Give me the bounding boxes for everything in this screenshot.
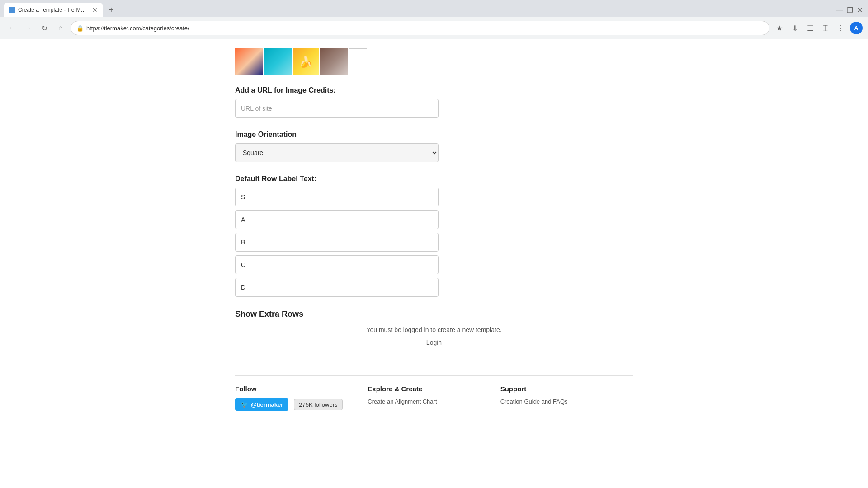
- back-button[interactable]: ←: [5, 22, 18, 34]
- followers-badge: 275K followers: [294, 399, 342, 410]
- menu-button[interactable]: ⋮: [835, 22, 847, 34]
- refresh-button[interactable]: ↻: [38, 22, 51, 34]
- footer-divider: [235, 361, 633, 361]
- row-label-b-input[interactable]: [235, 233, 439, 252]
- footer-support-col: Support Creation Guide and FAQs: [500, 385, 633, 411]
- url-credits-section: Add a URL for Image Credits:: [235, 86, 633, 118]
- collections-button[interactable]: ☰: [804, 22, 816, 34]
- image-orientation-label: Image Orientation: [235, 131, 633, 139]
- show-extra-rows-title: Show Extra Rows: [235, 310, 633, 319]
- image-thumbnails: 🍌: [235, 48, 371, 75]
- minimize-button[interactable]: —: [836, 6, 843, 14]
- twitter-icon: 🐦: [241, 401, 248, 408]
- tab-favicon: [9, 7, 15, 13]
- url-credits-input[interactable]: [235, 99, 439, 118]
- lock-icon: 🔒: [76, 25, 84, 32]
- address-bar[interactable]: 🔒 https://tiermaker.com/categories/creat…: [71, 21, 769, 35]
- row-label-a-input[interactable]: [235, 210, 439, 229]
- image-orientation-select[interactable]: Square Landscape Portrait: [235, 143, 439, 162]
- footer-follow-heading: Follow: [235, 385, 368, 393]
- twitter-follow-button[interactable]: 🐦 @tiermaker: [235, 398, 288, 411]
- row-labels-section: Default Row Label Text:: [235, 175, 633, 297]
- forward-button[interactable]: →: [22, 22, 34, 34]
- active-tab[interactable]: Create a Template - TierMaker ✕: [4, 3, 103, 17]
- footer-support-heading: Support: [500, 385, 633, 393]
- url-credits-label: Add a URL for Image Credits:: [235, 86, 633, 94]
- thumbnail-sunset: [235, 48, 263, 75]
- nav-bar: ← → ↻ ⌂ 🔒 https://tiermaker.com/categori…: [0, 17, 868, 39]
- row-labels-label: Default Row Label Text:: [235, 175, 633, 183]
- profile-button[interactable]: A: [850, 22, 863, 34]
- extensions-button[interactable]: ⌶: [819, 22, 832, 34]
- footer-follow-col: Follow 🐦 @tiermaker 275K followers: [235, 385, 368, 411]
- row-label-c-input[interactable]: [235, 255, 439, 274]
- page-content: 🍌 Add a URL for Image Credits: Image Ori…: [217, 39, 651, 429]
- thumbnail-banana: 🍌: [293, 48, 319, 75]
- twitter-handle: @tiermaker: [251, 401, 283, 408]
- login-link[interactable]: Login: [235, 339, 633, 346]
- row-labels-container: [235, 188, 633, 297]
- footer-alignment-chart-link[interactable]: Create an Alignment Chart: [368, 398, 500, 405]
- window-controls: — ❐ ✕: [836, 6, 864, 14]
- footer-creation-guide-link[interactable]: Creation Guide and FAQs: [500, 398, 633, 405]
- footer-explore-heading: Explore & Create: [368, 385, 500, 393]
- thumbnail-ocean: [264, 48, 292, 75]
- url-display: https://tiermaker.com/categories/create/: [86, 25, 764, 32]
- footer: Follow 🐦 @tiermaker 275K followers Explo…: [235, 375, 633, 411]
- tab-bar: Create a Template - TierMaker ✕ + — ❐ ✕: [0, 0, 868, 17]
- footer-explore-col: Explore & Create Create an Alignment Cha…: [368, 385, 500, 411]
- row-label-d-input[interactable]: [235, 278, 439, 297]
- new-tab-button[interactable]: +: [105, 4, 118, 16]
- restore-button[interactable]: ❐: [847, 6, 853, 14]
- login-prompt-text: You must be logged in to create a new te…: [235, 326, 633, 333]
- bookmark-star-button[interactable]: ★: [773, 22, 786, 34]
- row-label-s-input[interactable]: [235, 188, 439, 206]
- home-button[interactable]: ⌂: [54, 22, 67, 34]
- nav-right-icons: ★ ⇓ ☰ ⌶ ⋮ A: [773, 22, 863, 34]
- browser-chrome: Create a Template - TierMaker ✕ + — ❐ ✕ …: [0, 0, 868, 39]
- tab-close-button[interactable]: ✕: [92, 6, 98, 14]
- thumbnail-blank: [349, 48, 367, 75]
- thumbnail-cat: [320, 48, 348, 75]
- tab-title: Create a Template - TierMaker: [18, 7, 88, 13]
- image-orientation-section: Image Orientation Square Landscape Portr…: [235, 131, 633, 162]
- downloads-button[interactable]: ⇓: [788, 22, 801, 34]
- show-extra-rows-section: Show Extra Rows You must be logged in to…: [235, 310, 633, 346]
- close-button[interactable]: ✕: [857, 6, 863, 14]
